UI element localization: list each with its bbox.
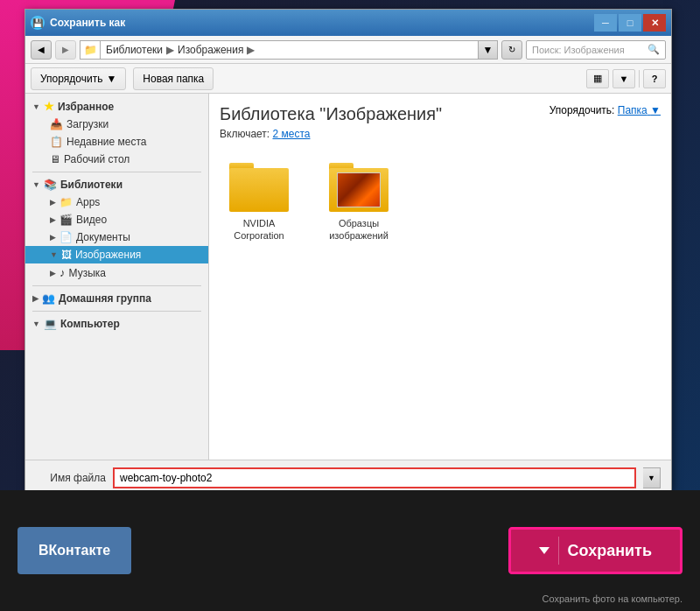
address-path[interactable]: Библиотеки ▶ Изображения ▶ bbox=[101, 40, 479, 60]
address-dropdown-button[interactable]: ▼ bbox=[479, 40, 498, 60]
toolbar: Упорядочить ▼ Новая папка ▦ ▼ ? bbox=[25, 64, 671, 94]
images-icon: 🖼 bbox=[61, 249, 72, 261]
organize-button[interactable]: Упорядочить ▼ bbox=[31, 67, 126, 90]
libraries-expand-icon: ▼ bbox=[32, 180, 40, 189]
filename-dropdown-button[interactable]: ▼ bbox=[643, 467, 661, 488]
organize-label: Упорядочить bbox=[40, 73, 102, 85]
favorites-label: Избранное bbox=[58, 101, 114, 113]
computer-item[interactable]: ▼ 💻 Компьютер bbox=[25, 315, 208, 333]
file-area: Библиотека "Изображения" Включает: 2 мес… bbox=[209, 94, 671, 460]
sidebar-item-images[interactable]: ▼ 🖼 Изображения bbox=[25, 246, 208, 263]
search-placeholder: Поиск: Изображения bbox=[532, 45, 625, 55]
folder-body-samples bbox=[329, 168, 388, 212]
sidebar: ▼ ★ Избранное 📥 Загрузки 📋 Недавние мест… bbox=[25, 94, 209, 460]
desktop-icon: 🖥 bbox=[50, 153, 60, 165]
vkontakte-button[interactable]: ВКонтакте bbox=[18, 527, 131, 574]
path-separator-1: ▶ bbox=[166, 44, 174, 56]
apps-expand-icon: ▶ bbox=[50, 198, 56, 207]
libraries-icon: 📚 bbox=[44, 179, 57, 191]
refresh-button[interactable]: ↻ bbox=[501, 40, 522, 60]
search-box[interactable]: Поиск: Изображения 🔍 bbox=[526, 40, 666, 60]
sidebar-item-apps[interactable]: ▶ 📁 Apps bbox=[25, 193, 208, 211]
libraries-group[interactable]: ▼ 📚 Библиотеки bbox=[25, 176, 208, 193]
filename-row: Имя файла ▼ bbox=[36, 467, 661, 488]
apps-folder-icon: 📁 bbox=[60, 196, 73, 208]
search-icon: 🔍 bbox=[648, 44, 660, 55]
save-main-divider bbox=[558, 537, 559, 565]
minimize-button[interactable]: ─ bbox=[594, 14, 617, 32]
computer-icon: 💻 bbox=[44, 318, 57, 330]
toolbar-separator bbox=[639, 70, 640, 88]
favorites-star-icon: ★ bbox=[44, 100, 54, 113]
view-dropdown-button[interactable]: ▼ bbox=[612, 69, 635, 88]
samples-label: Образцы изображений bbox=[329, 217, 388, 242]
sidebar-item-video[interactable]: ▶ 🎬 Видео bbox=[25, 211, 208, 228]
arrange-value-text: Папка bbox=[618, 104, 648, 116]
filename-input[interactable] bbox=[113, 467, 636, 488]
docs-icon: 📄 bbox=[60, 231, 73, 243]
docs-expand-icon: ▶ bbox=[50, 233, 56, 242]
folder-body-nvidia bbox=[229, 168, 289, 212]
organize-arrow-icon: ▼ bbox=[106, 73, 116, 85]
sidebar-divider-3 bbox=[32, 311, 201, 312]
file-item-nvidia[interactable]: NVIDIA Corporation bbox=[220, 158, 298, 248]
includes-count[interactable]: 2 места bbox=[273, 128, 311, 140]
back-button[interactable]: ◀ bbox=[31, 40, 52, 60]
homegroup-item[interactable]: ▶ 👥 Домашняя группа bbox=[25, 290, 208, 307]
recent-label: Недавние места bbox=[66, 136, 146, 148]
toolbar-right: ▦ ▼ ? bbox=[586, 69, 666, 88]
video-expand-icon: ▶ bbox=[50, 215, 56, 224]
nvidia-label: NVIDIA Corporation bbox=[234, 217, 284, 242]
music-label: Музыка bbox=[69, 267, 106, 279]
save-hint: Сохранить фото на компьютер. bbox=[542, 593, 683, 604]
path-separator-2: ▶ bbox=[247, 44, 255, 56]
path-part-1: Библиотеки bbox=[106, 44, 163, 56]
sidebar-item-recent[interactable]: 📋 Недавние места bbox=[25, 133, 208, 151]
sidebar-item-desktop[interactable]: 🖥 Рабочий стол bbox=[25, 151, 208, 168]
title-bar-left: 💾 Сохранить как bbox=[31, 16, 125, 30]
library-includes: Включает: 2 места bbox=[220, 128, 442, 140]
sidebar-divider-2 bbox=[32, 285, 201, 286]
dialog-title: Сохранить как bbox=[50, 17, 125, 29]
new-folder-label: Новая папка bbox=[143, 73, 204, 85]
video-icon: 🎬 bbox=[60, 214, 73, 226]
arrange-area: Упорядочить: Папка ▼ bbox=[550, 104, 661, 116]
homegroup-label: Домашняя группа bbox=[59, 292, 151, 305]
docs-label: Документы bbox=[76, 231, 130, 243]
view-button[interactable]: ▦ bbox=[586, 69, 609, 88]
images-label: Изображения bbox=[75, 249, 141, 261]
save-main-button[interactable]: Сохранить bbox=[508, 527, 682, 574]
save-main-chevron-icon bbox=[539, 547, 550, 554]
includes-label: Включает: bbox=[220, 128, 270, 140]
apps-label: Apps bbox=[76, 196, 100, 208]
favorites-expand-icon: ▼ bbox=[32, 102, 40, 111]
filename-label: Имя файла bbox=[36, 472, 106, 484]
path-icon: 📁 bbox=[80, 40, 101, 60]
sidebar-divider-1 bbox=[32, 172, 201, 172]
nvidia-folder-icon bbox=[229, 163, 289, 212]
new-folder-button[interactable]: Новая папка bbox=[133, 67, 214, 90]
maximize-button[interactable]: □ bbox=[619, 14, 641, 32]
title-bar-controls: ─ □ ✕ bbox=[594, 14, 666, 32]
dialog-icon: 💾 bbox=[31, 16, 45, 30]
samples-folder-icon bbox=[329, 163, 388, 212]
file-item-samples[interactable]: Образцы изображений bbox=[319, 158, 398, 248]
help-button[interactable]: ? bbox=[643, 69, 666, 88]
arrange-value[interactable]: Папка ▼ bbox=[618, 104, 661, 116]
favorites-group[interactable]: ▼ ★ Избранное bbox=[25, 97, 208, 116]
libraries-label: Библиотеки bbox=[60, 179, 122, 191]
dialog-container: 💾 Сохранить как ─ □ ✕ ◀ ▶ 📁 Библиотеки ▶… bbox=[24, 9, 672, 499]
computer-label: Компьютер bbox=[60, 318, 120, 330]
video-label: Видео bbox=[76, 214, 107, 226]
arrange-label: Упорядочить: bbox=[550, 104, 615, 116]
bottom-bar: ВКонтакте Сохранить Сохранить фото на ко… bbox=[0, 490, 700, 611]
close-button[interactable]: ✕ bbox=[643, 14, 666, 32]
images-expand-icon: ▼ bbox=[50, 250, 58, 259]
files-grid: NVIDIA Corporation Образцы изображений bbox=[220, 158, 661, 248]
homegroup-expand-icon: ▶ bbox=[32, 294, 38, 303]
forward-button[interactable]: ▶ bbox=[55, 40, 76, 60]
sidebar-item-downloads[interactable]: 📥 Загрузки bbox=[25, 116, 208, 133]
sidebar-item-music[interactable]: ▶ ♪ Музыка bbox=[25, 263, 208, 282]
address-bar: ◀ ▶ 📁 Библиотеки ▶ Изображения ▶ ▼ ↻ Пои… bbox=[25, 36, 671, 64]
sidebar-item-docs[interactable]: ▶ 📄 Документы bbox=[25, 228, 208, 246]
